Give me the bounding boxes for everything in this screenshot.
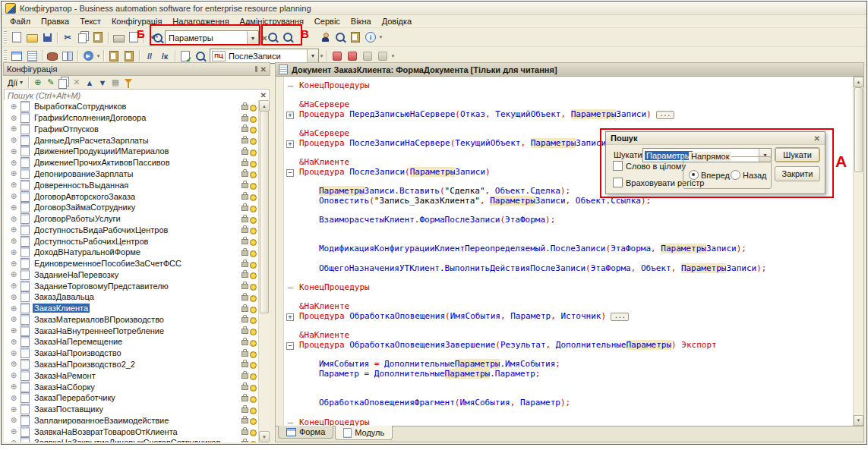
code-line[interactable]	[276, 293, 854, 303]
code-line[interactable]	[276, 379, 854, 389]
tree-item[interactable]: ⊕ЗаказНаСборку	[4, 381, 259, 392]
copy-item-button[interactable]	[58, 76, 69, 90]
direction-forward-radio[interactable]: Вперед	[689, 170, 730, 180]
expand-icon[interactable]: ⊕	[10, 248, 17, 256]
code-line[interactable]: КонецПроцедуры	[276, 283, 854, 293]
add-comment-button[interactable]: //	[143, 49, 156, 63]
check-module-button[interactable]	[178, 49, 192, 63]
code-line[interactable]: +Процедура ОбработкаОповещения(ИмяСобыти…	[276, 312, 854, 322]
goto-definition-button[interactable]	[194, 49, 207, 63]
tree-item-label[interactable]: ЗаданиеТорговомуПредставителю	[33, 282, 170, 291]
find-button[interactable]: Шукати	[775, 147, 820, 162]
search-dialog-title-bar[interactable]: Пошук ✕	[606, 132, 825, 145]
expand-icon[interactable]: ⊕	[10, 416, 17, 424]
open-module-button[interactable]	[25, 49, 39, 63]
delete-item-button[interactable]: ✕	[71, 76, 82, 90]
scrollbar-thumb[interactable]	[260, 111, 269, 313]
code-editor[interactable]: КонецПроцедуры&НаСервере+Процедура Перед…	[276, 77, 854, 426]
menu-item-Файл[interactable]: Файл	[5, 16, 36, 27]
save-button[interactable]	[40, 30, 54, 44]
paste-button[interactable]	[91, 30, 105, 44]
expand-icon[interactable]: ⊕	[10, 338, 17, 346]
whole-word-checkbox[interactable]: Слово в цілому	[613, 161, 686, 171]
tree-item-label[interactable]: ДоговорРаботыУслуги	[33, 214, 122, 223]
tree-item-label[interactable]: ДвижениеПрочихАктивовПассивов	[33, 158, 172, 167]
configuration-panel-close-button[interactable]: ✕	[260, 65, 267, 74]
toolbar-grip[interactable]	[4, 50, 7, 62]
tree-item-label[interactable]: ЗаказНаСборку	[33, 382, 96, 392]
tree-item[interactable]: ⊕ДепонированиеЗарплаты	[4, 168, 259, 180]
menu-item-Вікна[interactable]: Вікна	[346, 16, 377, 27]
tree-item-label[interactable]: ЗаказНаПроизводство2_2	[33, 360, 137, 369]
scroll-down-button[interactable]: ▼	[259, 431, 270, 442]
add-item-button[interactable]: ⊕	[33, 76, 43, 90]
tree-item[interactable]: ⊕ГрафикОтпусков	[4, 124, 259, 135]
expand-icon[interactable]: ⊕	[10, 181, 17, 189]
collapsed-code-button[interactable]: ...	[611, 313, 629, 321]
expand-icon[interactable]: ⊕	[10, 371, 17, 379]
code-line[interactable]: ВзаиморасчетыКлиент.ФормаПослеЗаписи(Эта…	[276, 216, 854, 225]
tree-item-label[interactable]: ДоговорЗаймаСотруднику	[33, 203, 137, 212]
tree-item[interactable]: ⊕ЗаявкаНаВозвратТоваровОтКлиента	[4, 426, 259, 437]
tree-item-label[interactable]: ВыработкаСотрудников	[33, 102, 128, 111]
tree-item[interactable]: ⊕ДоговорЗаймаСотруднику	[4, 202, 259, 213]
search-dialog-close-icon-button[interactable]: ✕	[814, 134, 820, 143]
next-bookmark-button[interactable]	[346, 49, 359, 63]
remove-comment-button[interactable]: /к	[158, 49, 172, 63]
info-button[interactable]: i	[364, 30, 377, 44]
expand-icon[interactable]: ⊕	[10, 360, 17, 368]
menu-item-Текст[interactable]: Текст	[74, 16, 106, 27]
expand-icon[interactable]: ⊕	[10, 114, 17, 122]
expand-icon[interactable]: ⊕	[10, 304, 17, 313]
filter-button[interactable]	[123, 76, 134, 90]
tree-item-label[interactable]: ГрафикИсполненияДоговора	[33, 113, 147, 122]
fold-collapse-icon[interactable]: −	[286, 342, 294, 350]
code-line[interactable]: ОбработкаОповещенияФрагмент(ИмяСобытия, …	[276, 398, 854, 408]
quick-search-combobox[interactable]: Параметры ▾	[165, 30, 259, 46]
editor-scrollbar[interactable]: ▲ ▼	[853, 77, 863, 426]
direction-backward-radio[interactable]: Назад	[731, 170, 767, 180]
scroll-down-button[interactable]: ▼	[854, 415, 863, 426]
expand-icon[interactable]: ⊕	[10, 192, 17, 200]
tree-item[interactable]: ⊕ЗаказНаПроизводство	[4, 348, 259, 359]
expand-icon[interactable]: ⊕	[10, 405, 17, 414]
tree-item[interactable]: ⊕ДоходВНатуральнойФорме	[4, 247, 259, 258]
tree-item[interactable]: ⊕ЗаданиеНаПеревозку	[4, 269, 259, 280]
tree-item[interactable]: ⊕ЗапланированноеВзаимодействие	[4, 414, 259, 426]
database-button[interactable]	[46, 49, 59, 63]
move-up-button[interactable]: ▲	[84, 76, 95, 90]
tree-item[interactable]: ⊕ДвижениеПрочихАктивовПассивов	[4, 157, 259, 168]
cut-button[interactable]: ✂	[61, 30, 74, 44]
tree-item-label[interactable]: ГрафикОтпусков	[33, 124, 100, 134]
tree-item[interactable]: ⊕ЗаданиеТорговомуПредставителю	[4, 280, 259, 291]
previous-bookmark-button[interactable]	[361, 49, 374, 63]
menu-item-Правка[interactable]: Правка	[36, 16, 74, 27]
tree-item[interactable]: ⊕ДвижениеПродукцииИМатериалов	[4, 146, 259, 157]
tree-item[interactable]: ⊕ДоверенностьВыданная	[4, 179, 259, 190]
tree-item[interactable]: ⊕ГрафикИсполненияДоговора	[4, 112, 259, 124]
debug-options-button[interactable]: ▾	[96, 53, 101, 59]
tree-item[interactable]: ⊕ДоговорРаботыУслуги	[4, 213, 259, 225]
tree-item[interactable]: ⊕ДоговорАвторскогоЗаказа	[4, 190, 259, 202]
unformat-block-button[interactable]	[122, 49, 136, 63]
expand-icon[interactable]: ⊕	[10, 270, 17, 278]
tab-module[interactable]: Модуль	[335, 426, 393, 440]
toolbar-grip[interactable]	[4, 31, 7, 43]
procedure-combobox-value[interactable]: ПослеЗаписи	[226, 52, 284, 61]
tree-item-label[interactable]: ДепонированиеЗарплаты	[33, 169, 134, 178]
quick-search-value[interactable]: Параметры	[166, 33, 216, 42]
fold-expand-icon[interactable]: +	[286, 112, 294, 119]
collapsed-code-button[interactable]: ...	[656, 111, 674, 119]
move-down-button[interactable]: ▼	[97, 76, 108, 90]
syntax-check-button[interactable]	[318, 30, 332, 44]
procedure-combobox[interactable]: ПЦ ПослеЗаписи ▾	[210, 49, 319, 64]
expand-icon[interactable]: ⊕	[10, 439, 17, 442]
tree-item-label[interactable]: ДвижениеПродукцииИМатериалов	[33, 146, 170, 156]
expand-icon[interactable]: ⊕	[10, 293, 17, 301]
bookmark-options-button[interactable]: ▾	[390, 53, 396, 59]
fold-collapse-icon[interactable]: −	[286, 169, 294, 177]
tree-item-label[interactable]: ЗапланированноеВзаимодействие	[33, 416, 170, 425]
code-line[interactable]	[276, 120, 854, 130]
expand-icon[interactable]: ⊕	[10, 203, 17, 212]
expand-icon[interactable]: ⊕	[10, 326, 17, 335]
